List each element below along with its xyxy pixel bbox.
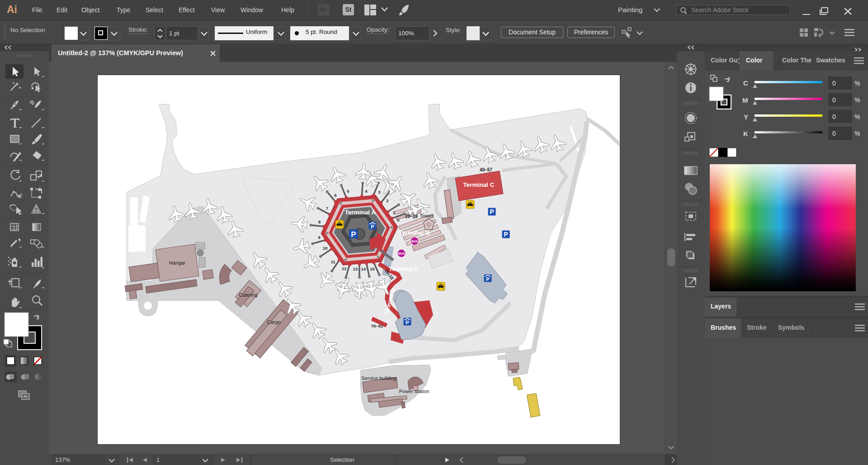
svg-text:Terminal C: Terminal C: [463, 181, 495, 188]
svg-text:P: P: [406, 320, 409, 325]
svg-text:Cargo: Cargo: [267, 319, 281, 325]
svg-text:K: K: [743, 130, 748, 138]
svg-text:%: %: [854, 113, 860, 120]
svg-text:4: 4: [365, 189, 368, 194]
svg-text:%: %: [854, 96, 860, 104]
svg-text:7: 7: [326, 206, 328, 211]
svg-text:Terminal A: Terminal A: [345, 209, 376, 216]
svg-text:13: 13: [353, 266, 358, 271]
svg-text:M: M: [742, 96, 748, 104]
svg-text:1: 1: [393, 210, 396, 215]
svg-text:0: 0: [832, 130, 836, 137]
svg-text:0: 0: [832, 80, 836, 87]
svg-text:P: P: [504, 231, 508, 238]
svg-text:Terminal E: Terminal E: [389, 266, 419, 272]
svg-text:%: %: [854, 80, 860, 87]
svg-text:12: 12: [342, 266, 347, 271]
svg-text:P: P: [486, 276, 489, 282]
svg-text:BUS: BUS: [398, 252, 405, 255]
svg-text:P: P: [351, 230, 356, 239]
svg-text:40–57: 40–57: [480, 167, 492, 172]
svg-text:Terminal B: Terminal B: [399, 229, 430, 236]
svg-text:P: P: [371, 224, 374, 229]
svg-text:8: 8: [318, 219, 321, 224]
svg-text:9: 9: [318, 235, 320, 240]
svg-text:0: 0: [832, 96, 836, 104]
svg-text:0: 0: [397, 218, 399, 223]
svg-text:2: 2: [386, 198, 388, 203]
svg-text:BUS: BUS: [411, 240, 418, 243]
svg-text:Hangar: Hangar: [169, 260, 185, 266]
svg-text:C: C: [743, 79, 748, 87]
svg-text:0: 0: [832, 113, 836, 120]
svg-text:10: 10: [323, 246, 328, 251]
svg-text:%: %: [854, 130, 860, 137]
svg-text:Tower: Tower: [420, 213, 434, 218]
svg-text:15: 15: [370, 266, 375, 271]
svg-text:Power station: Power station: [399, 389, 429, 394]
svg-text:3: 3: [378, 190, 380, 195]
svg-text:Catering: Catering: [239, 292, 258, 298]
svg-text:14: 14: [361, 266, 366, 271]
svg-text:20–39: 20–39: [405, 214, 418, 219]
svg-text:6: 6: [334, 193, 336, 198]
svg-text:Y: Y: [744, 113, 748, 121]
svg-text:11: 11: [331, 259, 336, 264]
svg-text:Service building: Service building: [361, 375, 396, 381]
svg-text:P: P: [490, 208, 494, 215]
svg-text:70–91: 70–91: [371, 323, 383, 328]
svg-text:5: 5: [347, 189, 349, 194]
